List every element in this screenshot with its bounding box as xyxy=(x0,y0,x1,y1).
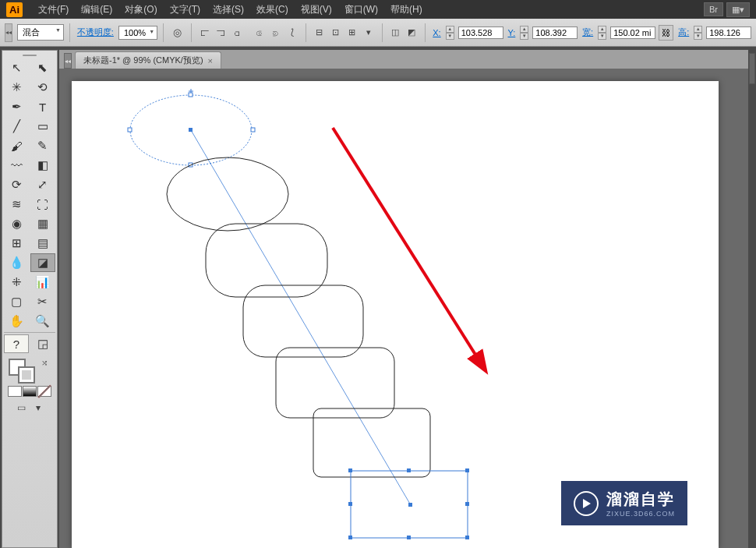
screen-mode-icon[interactable]: ▭ xyxy=(13,401,29,415)
rotate-tool[interactable]: ⟳ xyxy=(4,175,29,194)
dist-v-icon[interactable]: ⊡ xyxy=(328,25,344,41)
lasso-tool[interactable]: ⟲ xyxy=(30,78,55,97)
color-solid-icon[interactable] xyxy=(8,386,22,397)
blob-brush-tool[interactable]: 〰 xyxy=(4,156,29,175)
zoom-tool[interactable]: 🔍 xyxy=(30,312,55,331)
h-input[interactable]: 198.126 xyxy=(706,27,751,39)
tool-panel: ↖⬉✳⟲✒T╱▭🖌✎〰◧⟳⤢≋⛶◉▦⊞▤💧◪⁜📊▢✂✋🔍?◲⤭▭▾ xyxy=(2,50,58,548)
direct-selection-tool[interactable]: ⬉ xyxy=(30,58,55,77)
dist-h-icon[interactable]: ⊟ xyxy=(312,25,327,41)
align-hcenter-icon[interactable]: ⫎ xyxy=(214,25,229,41)
menu-object[interactable]: 对象(O) xyxy=(118,3,163,16)
width-tool[interactable]: ≋ xyxy=(4,195,29,214)
align-to-icon[interactable]: ▾ xyxy=(361,25,376,41)
svg-rect-6 xyxy=(251,128,255,132)
fill-stroke-swatch[interactable]: ⤭ xyxy=(4,357,55,384)
y-input[interactable]: 108.392 xyxy=(532,27,578,39)
swap-fill-stroke-icon[interactable]: ⤭ xyxy=(41,359,48,367)
right-panel-expander[interactable] xyxy=(749,53,755,84)
line-tool[interactable]: ╱ xyxy=(4,117,29,136)
document-tab-title: 未标题-1* @ 99% (CMYK/预览) xyxy=(83,55,203,66)
scale-tool[interactable]: ⤢ xyxy=(30,175,55,194)
bridge-button[interactable]: Br xyxy=(704,2,723,16)
magic-wand-tool[interactable]: ✳ xyxy=(4,78,29,97)
svg-line-25 xyxy=(333,128,485,369)
svg-rect-5 xyxy=(128,128,132,132)
graph-tool[interactable]: 📊 xyxy=(30,273,55,292)
stroke-swatch[interactable] xyxy=(18,366,35,384)
align-top-icon[interactable]: ⟃ xyxy=(252,25,267,41)
y-stepper[interactable]: ▲▼ xyxy=(520,26,528,40)
paintbrush-tool[interactable]: 🖌 xyxy=(4,136,29,155)
svg-rect-19 xyxy=(407,468,411,472)
w-label[interactable]: 宽: xyxy=(581,27,595,38)
color-mode-row xyxy=(4,386,55,397)
dist-spacing-icon[interactable]: ⊞ xyxy=(344,25,360,41)
tool-panel-grip[interactable] xyxy=(4,52,55,58)
menu-edit[interactable]: 编辑(E) xyxy=(75,3,118,16)
eraser-tool[interactable]: ◧ xyxy=(30,156,55,175)
opacity-input[interactable]: 100% xyxy=(118,26,157,40)
default-fg-bg-icon[interactable]: ◲ xyxy=(30,334,55,353)
document-tab[interactable]: 未标题-1* @ 99% (CMYK/预览) × xyxy=(75,51,221,69)
rectangle-tool[interactable]: ▭ xyxy=(30,117,55,136)
w-input[interactable]: 150.02 mi xyxy=(610,27,655,39)
canvas-viewport[interactable]: 溜溜自学 ZIXUE.3D66.COM xyxy=(59,69,748,548)
svg-rect-20 xyxy=(407,536,411,539)
mesh-tool[interactable]: ⊞ xyxy=(4,234,29,253)
transform-icon-1[interactable]: ◫ xyxy=(387,25,403,41)
close-tab-icon[interactable]: × xyxy=(208,56,213,65)
pencil-tool[interactable]: ✎ xyxy=(30,136,55,155)
hand-tool[interactable]: ✋ xyxy=(4,312,29,331)
screen-mode-dropdown-icon[interactable]: ▾ xyxy=(30,401,46,415)
link-wh-icon[interactable]: ⛓ xyxy=(659,25,673,41)
blend-tool[interactable]: ◪ xyxy=(30,253,55,272)
perspective-tool[interactable]: ▦ xyxy=(30,214,55,233)
gradient-tool[interactable]: ▤ xyxy=(30,234,55,253)
symbol-sprayer-tool[interactable]: ⁜ xyxy=(4,273,29,292)
shape-builder-tool[interactable]: ◉ xyxy=(4,214,29,233)
menu-type[interactable]: 文字(T) xyxy=(164,3,207,16)
align-bottom-icon[interactable]: ⟅ xyxy=(284,25,300,41)
color-gradient-icon[interactable] xyxy=(23,386,37,397)
menu-effect[interactable]: 效果(C) xyxy=(250,3,295,16)
svg-rect-12 xyxy=(276,348,394,418)
play-icon xyxy=(574,491,599,516)
align-right-icon[interactable]: ⫏ xyxy=(230,25,246,41)
svg-rect-17 xyxy=(348,536,352,539)
h-label[interactable]: 高: xyxy=(677,27,691,38)
screen-mode-row: ▭▾ xyxy=(4,401,55,415)
x-input[interactable]: 103.528 xyxy=(458,27,503,39)
w-stepper[interactable]: ▲▼ xyxy=(598,26,606,40)
artwork-svg xyxy=(72,81,719,548)
eyedropper-tool[interactable]: 💧 xyxy=(4,253,29,272)
x-label[interactable]: X: xyxy=(431,28,442,37)
type-tool[interactable]: T xyxy=(30,97,55,116)
artboard-tool[interactable]: ▢ xyxy=(4,292,29,311)
tab-expander[interactable]: ◂◂ xyxy=(64,53,72,69)
free-transform-tool[interactable]: ⛶ xyxy=(30,195,55,214)
align-vcenter-icon[interactable]: ⟄ xyxy=(268,25,284,41)
selection-tool[interactable]: ↖ xyxy=(4,58,29,77)
menu-select[interactable]: 选择(S) xyxy=(207,3,250,16)
menu-file[interactable]: 文件(F) xyxy=(32,3,75,16)
x-stepper[interactable]: ▲▼ xyxy=(446,26,454,40)
align-left-icon[interactable]: ⫍ xyxy=(197,25,213,41)
recolor-icon[interactable]: ◎ xyxy=(169,23,185,42)
menu-help[interactable]: 帮助(H) xyxy=(384,3,429,16)
help-tool-icon[interactable]: ? xyxy=(4,334,29,353)
opacity-label[interactable]: 不透明度: xyxy=(76,27,115,38)
slice-tool[interactable]: ✂ xyxy=(30,292,55,311)
y-label[interactable]: Y: xyxy=(507,28,518,37)
h-stepper[interactable]: ▲▼ xyxy=(694,26,702,40)
menu-window[interactable]: 窗口(W) xyxy=(338,3,384,16)
artboard[interactable]: 溜溜自学 ZIXUE.3D66.COM xyxy=(72,81,719,548)
color-none-icon[interactable] xyxy=(37,386,51,397)
svg-rect-4 xyxy=(189,128,193,132)
menu-view[interactable]: 视图(V) xyxy=(295,3,338,16)
layout-button[interactable]: ▦▾ xyxy=(726,2,750,17)
transform-icon-2[interactable]: ◩ xyxy=(404,25,419,41)
control-expander[interactable]: ◂◂ xyxy=(5,23,12,42)
blend-mode-dropdown[interactable]: 混合 xyxy=(17,24,64,41)
pen-tool[interactable]: ✒ xyxy=(4,97,29,116)
